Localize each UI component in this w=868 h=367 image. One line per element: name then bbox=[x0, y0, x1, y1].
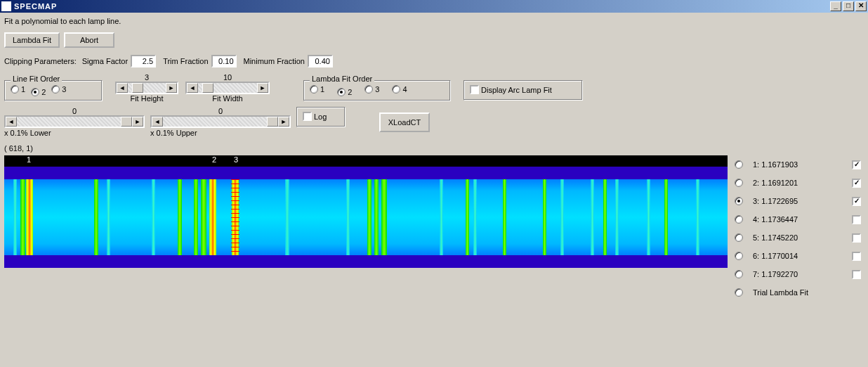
wave-checkbox-5[interactable] bbox=[852, 233, 861, 243]
wave-row-4: 4: 1.1736447 bbox=[735, 210, 861, 228]
fit-height-slider[interactable]: ◄ ► bbox=[115, 82, 178, 94]
wave-checkbox-3[interactable] bbox=[852, 197, 861, 206]
wave-row-3: 3: 1.1722695 bbox=[735, 192, 861, 210]
wave-label: 1: 1.1671903 bbox=[753, 160, 848, 169]
wave-label: 3: 1.1722695 bbox=[753, 197, 848, 205]
line-fit-order-legend: Line Fit Order bbox=[11, 75, 62, 83]
left-arrow-icon[interactable]: ◄ bbox=[152, 117, 163, 127]
lambda-fit-order-legend: Lambda Fit Order bbox=[310, 75, 374, 83]
wave-radio-4[interactable] bbox=[735, 215, 743, 224]
wave-label: 4: 1.1736447 bbox=[753, 215, 848, 224]
lower-slider[interactable]: ◄ ► bbox=[4, 115, 145, 128]
trial-lambda-label: Trial Lambda Fit bbox=[753, 288, 861, 297]
lambda-fit-order-1[interactable]: 1 bbox=[310, 85, 324, 94]
right-arrow-icon[interactable]: ► bbox=[132, 117, 143, 127]
wave-row-1: 1: 1.1671903 bbox=[735, 155, 861, 174]
sigma-label: Sigma Factor bbox=[82, 57, 128, 65]
wave-row-2: 2: 1.1691201 bbox=[735, 174, 861, 192]
wave-checkbox-7[interactable] bbox=[852, 270, 861, 279]
trial-lambda-radio[interactable] bbox=[735, 288, 743, 297]
wave-label: 7: 1.1792270 bbox=[753, 270, 848, 278]
wave-checkbox-4[interactable] bbox=[852, 215, 861, 224]
spectrum-lines bbox=[4, 179, 728, 255]
minfrac-input[interactable] bbox=[308, 55, 333, 67]
abort-button[interactable]: Abort bbox=[64, 32, 114, 48]
upper-slider[interactable]: ◄ ► bbox=[150, 115, 291, 128]
wave-radio-6[interactable] bbox=[735, 252, 743, 260]
close-button[interactable]: ✕ bbox=[855, 1, 867, 11]
lambda-fit-order-group: Lambda Fit Order 1234 bbox=[303, 80, 451, 101]
fit-width-slider[interactable]: ◄ ► bbox=[185, 82, 270, 94]
wave-row-7: 7: 1.1792270 bbox=[735, 265, 861, 283]
log-checkbox[interactable]: Log bbox=[303, 112, 327, 121]
xloadct-button[interactable]: XLoadCT bbox=[379, 112, 430, 132]
display-arc-checkbox[interactable]: Display Arc Lamp Fit bbox=[470, 85, 552, 94]
upper-caption: x 0.1% Upper bbox=[150, 129, 197, 137]
upper-value: 0 bbox=[218, 107, 223, 115]
line-fit-order-1[interactable]: 1 bbox=[11, 85, 25, 94]
clipping-label: Clipping Parameters: bbox=[4, 57, 77, 65]
fit-height-caption: Fit Height bbox=[130, 94, 163, 103]
trim-input[interactable] bbox=[211, 55, 237, 67]
app-icon bbox=[1, 1, 11, 11]
line-fit-order-2[interactable]: 2 bbox=[31, 88, 46, 96]
fit-height-value: 3 bbox=[145, 73, 149, 82]
wave-label: 6: 1.1770014 bbox=[753, 252, 848, 260]
wave-checkbox-6[interactable] bbox=[852, 252, 861, 261]
log-label: Log bbox=[314, 112, 327, 121]
wave-label: 2: 1.1691201 bbox=[753, 179, 848, 187]
line-fit-order-group: Line Fit Order 123 bbox=[4, 80, 103, 101]
ruler: 123 bbox=[4, 155, 728, 165]
lambda-fit-order-2[interactable]: 2 bbox=[337, 88, 352, 96]
lower-value: 0 bbox=[72, 107, 77, 115]
fit-width-caption: Fit Width bbox=[212, 94, 242, 103]
left-arrow-icon[interactable]: ◄ bbox=[117, 83, 128, 93]
wave-radio-5[interactable] bbox=[735, 233, 743, 242]
wave-radio-2[interactable] bbox=[735, 179, 743, 187]
minimize-button[interactable]: _ bbox=[830, 1, 841, 11]
right-arrow-icon[interactable]: ► bbox=[166, 83, 177, 93]
display-arc-label: Display Arc Lamp Fit bbox=[481, 86, 552, 94]
wavelength-list: 1: 1.16719032: 1.16912013: 1.17226954: 1… bbox=[735, 155, 861, 302]
spectrum-display[interactable]: 123 bbox=[4, 155, 728, 268]
line-fit-order-3[interactable]: 3 bbox=[51, 85, 66, 94]
wave-row-6: 6: 1.1770014 bbox=[735, 247, 861, 265]
wave-radio-7[interactable] bbox=[735, 270, 743, 278]
sigma-input[interactable] bbox=[131, 55, 156, 67]
trial-lambda-row: Trial Lambda Fit bbox=[735, 283, 861, 302]
instruction-text: Fit a polynomial to each lamp line. bbox=[4, 17, 864, 25]
wave-checkbox-1[interactable] bbox=[852, 160, 861, 169]
wave-radio-1[interactable] bbox=[735, 160, 743, 169]
display-arc-group: Display Arc Lamp Fit bbox=[463, 80, 583, 101]
right-arrow-icon[interactable]: ► bbox=[257, 83, 268, 93]
left-arrow-icon[interactable]: ◄ bbox=[187, 83, 198, 93]
ruler-mark: 1 bbox=[27, 155, 31, 164]
cursor-readout: ( 618, 1) bbox=[4, 144, 864, 153]
lambda-fit-order-4[interactable]: 4 bbox=[392, 85, 407, 94]
lambda-fit-button[interactable]: Lambda Fit bbox=[4, 32, 60, 48]
lower-caption: x 0.1% Lower bbox=[4, 129, 51, 137]
minfrac-label: Minimum Fraction bbox=[244, 57, 305, 65]
right-arrow-icon[interactable]: ► bbox=[278, 117, 289, 127]
fit-width-value: 10 bbox=[223, 73, 232, 82]
wave-checkbox-2[interactable] bbox=[852, 179, 861, 188]
window-controls: _ □ ✕ bbox=[830, 1, 867, 11]
ruler-mark: 3 bbox=[234, 155, 238, 164]
left-arrow-icon[interactable]: ◄ bbox=[6, 117, 17, 127]
log-group: Log bbox=[296, 107, 346, 127]
lambda-fit-order-3[interactable]: 3 bbox=[364, 85, 379, 94]
wave-radio-3[interactable] bbox=[735, 197, 743, 205]
trim-label: Trim Fraction bbox=[163, 57, 208, 65]
wave-row-5: 5: 1.1745220 bbox=[735, 228, 861, 247]
ruler-mark: 2 bbox=[212, 155, 216, 164]
window-title: SPECMAP bbox=[14, 2, 830, 11]
wave-label: 5: 1.1745220 bbox=[753, 233, 848, 242]
titlebar: SPECMAP _ □ ✕ bbox=[0, 0, 868, 13]
maximize-button[interactable]: □ bbox=[843, 1, 854, 11]
